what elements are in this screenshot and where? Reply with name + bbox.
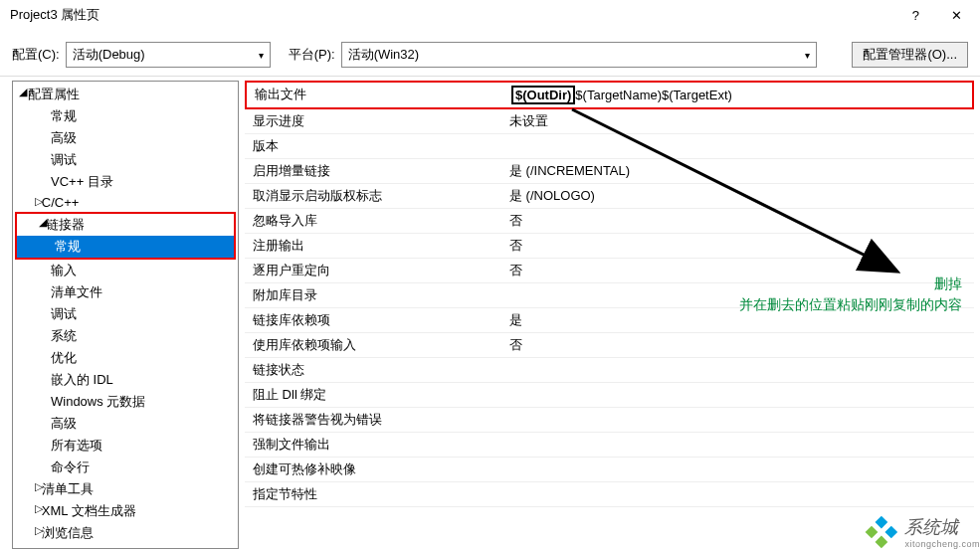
tree-item-linker[interactable]: ◢ 链接器 (17, 214, 234, 236)
tree-panel: ◢ 配置属性 常规 高级 调试 VC++ 目录 ▷ C/C++ ◢ 链接器 常规… (12, 81, 239, 549)
tree-item[interactable]: 所有选项 (13, 435, 238, 457)
outdir-token: $(OutDir) (511, 86, 575, 104)
chevron-down-icon: ▾ (259, 50, 264, 61)
tree-item[interactable]: 调试 (13, 303, 238, 325)
prop-row[interactable]: 启用增量链接是 (/INCREMENTAL) (245, 159, 974, 184)
tree-item[interactable]: 调试 (13, 149, 238, 171)
prop-row[interactable]: 显示进度未设置 (245, 109, 974, 134)
prop-row[interactable]: 创建可热修补映像 (245, 458, 974, 482)
watermark: 系统城 xitongcheng.com (863, 514, 980, 550)
tree-item[interactable]: 常规 (13, 105, 238, 127)
tree-item[interactable]: ▷ 浏览信息 (13, 522, 238, 544)
svg-rect-3 (866, 526, 879, 539)
prop-row[interactable]: 强制文件输出 (245, 433, 974, 458)
svg-rect-2 (876, 516, 888, 529)
platform-select[interactable]: 活动(Win32) ▾ (341, 42, 817, 68)
tree-item-linker-general[interactable]: 常规 (17, 236, 234, 258)
titlebar: Project3 属性页 ? ✕ (0, 0, 980, 34)
tree-item[interactable]: 系统 (13, 325, 238, 347)
window-title: Project3 属性页 (10, 6, 99, 24)
prop-value[interactable]: $(OutDir)$(TargetName)$(TargetExt) (511, 86, 968, 104)
prop-row[interactable]: 忽略导入库否 (245, 209, 974, 234)
tree-item[interactable]: Windows 元数据 (13, 391, 238, 413)
tree-item[interactable]: 命令行 (13, 457, 238, 478)
config-row: 配置(C): 活动(Debug) ▾ 平台(P): 活动(Win32) ▾ 配置… (0, 34, 980, 77)
logo-icon (863, 514, 898, 550)
svg-rect-5 (876, 536, 888, 549)
tree-item[interactable]: ▷ 生成事件 (13, 544, 238, 549)
prop-row[interactable]: 使用库依赖项输入否 (245, 333, 974, 358)
prop-row[interactable]: 阻止 Dll 绑定 (245, 383, 974, 408)
config-manager-button[interactable]: 配置管理器(O)... (852, 42, 968, 68)
tree-item[interactable]: ▷ 清单工具 (13, 478, 238, 500)
tree-item[interactable]: 输入 (13, 260, 238, 281)
caret-down-icon: ◢ (19, 86, 27, 98)
chevron-down-icon: ▾ (805, 50, 810, 61)
tree-item[interactable]: 高级 (13, 413, 238, 435)
prop-row[interactable]: 版本 (245, 134, 974, 159)
tree-root[interactable]: ◢ 配置属性 (13, 84, 238, 105)
annotation-text: 删掉 并在删去的位置粘贴刚刚复制的内容 (739, 274, 962, 315)
tree-item[interactable]: ▷ XML 文档生成器 (13, 500, 238, 522)
prop-row[interactable]: 指定节特性 (245, 482, 974, 507)
platform-value: 活动(Win32) (348, 46, 420, 64)
prop-row[interactable]: 取消显示启动版权标志是 (/NOLOGO) (245, 184, 974, 209)
config-select[interactable]: 活动(Debug) ▾ (66, 42, 271, 68)
caret-right-icon: ▷ (35, 546, 43, 549)
prop-row[interactable]: 链接状态 (245, 358, 974, 383)
tree-item[interactable]: 清单文件 (13, 281, 238, 303)
config-label: 配置(C): (12, 46, 60, 64)
tree-item[interactable]: 优化 (13, 347, 238, 369)
caret-down-icon: ◢ (39, 216, 47, 229)
help-icon[interactable]: ? (912, 8, 919, 23)
caret-right-icon: ▷ (35, 480, 43, 493)
tree-item[interactable]: 嵌入的 IDL (13, 369, 238, 391)
tree-item-cxx[interactable]: ▷ C/C++ (13, 193, 238, 212)
prop-label: 输出文件 (251, 86, 511, 104)
caret-right-icon: ▷ (35, 195, 43, 208)
platform-label: 平台(P): (289, 46, 335, 64)
prop-row[interactable]: 注册输出否 (245, 234, 974, 259)
caret-right-icon: ▷ (35, 502, 43, 515)
svg-rect-4 (885, 526, 898, 539)
config-value: 活动(Debug) (73, 46, 145, 64)
tree-item[interactable]: 高级 (13, 127, 238, 149)
prop-row-output-file[interactable]: 输出文件 $(OutDir)$(TargetName)$(TargetExt) (245, 81, 974, 109)
prop-row[interactable]: 将链接器警告视为错误 (245, 408, 974, 433)
caret-right-icon: ▷ (35, 524, 43, 537)
close-icon[interactable]: ✕ (951, 8, 962, 23)
tree-item[interactable]: VC++ 目录 (13, 171, 238, 193)
